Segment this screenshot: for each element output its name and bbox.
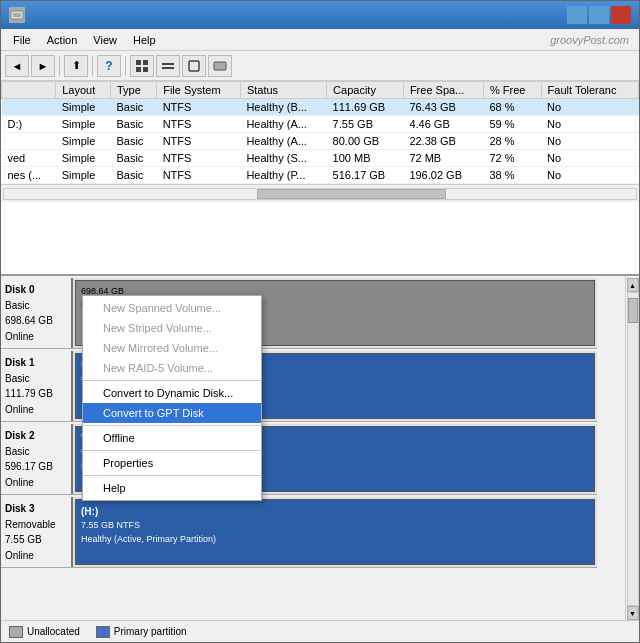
svg-rect-8 bbox=[189, 61, 199, 71]
toolbar-help[interactable]: ? bbox=[97, 55, 121, 77]
toolbar-forward[interactable]: ► bbox=[31, 55, 55, 77]
cell-fs: NTFS bbox=[157, 150, 241, 167]
main-window: File Action View Help groovyPost.com ◄ ►… bbox=[0, 0, 640, 643]
cell-pct: 72 % bbox=[484, 150, 542, 167]
disk-row: Disk 3Removable7.55 GBOnline (H:) 7.55 G… bbox=[1, 497, 597, 568]
v-scrollbar[interactable]: ▲ ▼ bbox=[625, 276, 639, 620]
table-row[interactable]: nes (... Simple Basic NTFS Healthy (P...… bbox=[2, 167, 639, 184]
cell-name bbox=[2, 99, 56, 116]
cell-type: Basic bbox=[110, 99, 156, 116]
legend-unallocated-label: Unallocated bbox=[27, 626, 80, 637]
ctx-item-10[interactable]: Properties bbox=[83, 453, 261, 473]
svg-rect-9 bbox=[214, 62, 226, 70]
table-scrollbar[interactable] bbox=[1, 184, 639, 202]
cell-name: nes (... bbox=[2, 167, 56, 184]
cell-free: 4.46 GB bbox=[403, 116, 483, 133]
menu-help[interactable]: Help bbox=[125, 32, 164, 48]
table-row[interactable]: Simple Basic NTFS Healthy (B... 111.69 G… bbox=[2, 99, 639, 116]
toolbar-btn4[interactable] bbox=[208, 55, 232, 77]
scroll-thumb[interactable] bbox=[628, 298, 638, 323]
svg-rect-1 bbox=[13, 13, 21, 17]
cell-layout: Simple bbox=[56, 150, 111, 167]
cell-pct: 68 % bbox=[484, 99, 542, 116]
partition-3-0[interactable]: (H:) 7.55 GB NTFS Healthy (Active, Prima… bbox=[75, 499, 595, 565]
table-header-row: Layout Type File System Status Capacity … bbox=[2, 82, 639, 99]
scroll-down-arrow[interactable]: ▼ bbox=[627, 606, 639, 620]
h-scrollbar-track[interactable] bbox=[3, 188, 637, 200]
col-fs: File System bbox=[157, 82, 241, 99]
cell-free: 76.43 GB bbox=[403, 99, 483, 116]
title-bar-left bbox=[9, 7, 31, 23]
table-row[interactable]: ved Simple Basic NTFS Healthy (S... 100 … bbox=[2, 150, 639, 167]
menu-action[interactable]: Action bbox=[39, 32, 86, 48]
toolbar-btn3[interactable] bbox=[182, 55, 206, 77]
disk-label-0: Disk 0Basic698.64 GBOnline bbox=[1, 278, 73, 348]
col-pct: % Free bbox=[484, 82, 542, 99]
toolbar-back[interactable]: ◄ bbox=[5, 55, 29, 77]
minimize-button[interactable] bbox=[567, 6, 587, 24]
disk-label-2: Disk 2Basic596.17 GBOnline bbox=[1, 424, 73, 494]
ctx-item-2: New Mirrored Volume... bbox=[83, 338, 261, 358]
cell-capacity: 111.69 GB bbox=[327, 99, 404, 116]
cell-status: Healthy (A... bbox=[240, 116, 326, 133]
cell-status: Healthy (S... bbox=[240, 150, 326, 167]
svg-rect-5 bbox=[143, 67, 148, 72]
h-scrollbar-thumb[interactable] bbox=[257, 189, 447, 199]
cell-capacity: 100 MB bbox=[327, 150, 404, 167]
toolbar-btn1[interactable] bbox=[130, 55, 154, 77]
menu-view[interactable]: View bbox=[85, 32, 125, 48]
svg-rect-2 bbox=[136, 60, 141, 65]
cell-name: ved bbox=[2, 150, 56, 167]
cell-free: 22.38 GB bbox=[403, 133, 483, 150]
svg-rect-4 bbox=[136, 67, 141, 72]
cell-fault: No bbox=[541, 99, 638, 116]
close-button[interactable] bbox=[611, 6, 631, 24]
ctx-item-6[interactable]: Convert to GPT Disk bbox=[83, 403, 261, 423]
toolbar-sep-1 bbox=[59, 56, 60, 76]
part-name: (H:) bbox=[81, 504, 589, 519]
ctx-item-3: New RAID-5 Volume... bbox=[83, 358, 261, 378]
ctx-item-8[interactable]: Offline bbox=[83, 428, 261, 448]
ctx-separator-11 bbox=[83, 475, 261, 476]
ctx-item-5[interactable]: Convert to Dynamic Disk... bbox=[83, 383, 261, 403]
toolbar-btn2[interactable] bbox=[156, 55, 180, 77]
window-controls bbox=[567, 6, 631, 24]
legend-unallocated: Unallocated bbox=[9, 626, 80, 638]
cell-capacity: 516.17 GB bbox=[327, 167, 404, 184]
scroll-track[interactable] bbox=[627, 292, 639, 606]
col-capacity: Capacity bbox=[327, 82, 404, 99]
ctx-item-12[interactable]: Help bbox=[83, 478, 261, 498]
col-type: Type bbox=[110, 82, 156, 99]
watermark: groovyPost.com bbox=[550, 34, 635, 46]
scroll-up-arrow[interactable]: ▲ bbox=[627, 278, 639, 292]
menu-file[interactable]: File bbox=[5, 32, 39, 48]
col-status: Status bbox=[240, 82, 326, 99]
cell-pct: 28 % bbox=[484, 133, 542, 150]
cell-status: Healthy (B... bbox=[240, 99, 326, 116]
cell-fault: No bbox=[541, 167, 638, 184]
cell-type: Basic bbox=[110, 116, 156, 133]
cell-layout: Simple bbox=[56, 116, 111, 133]
app-icon bbox=[9, 7, 25, 23]
col-free: Free Spa... bbox=[403, 82, 483, 99]
table-row[interactable]: D:) Simple Basic NTFS Healthy (A... 7.55… bbox=[2, 116, 639, 133]
cell-fault: No bbox=[541, 133, 638, 150]
toolbar-sep-3 bbox=[125, 56, 126, 76]
cell-pct: 59 % bbox=[484, 116, 542, 133]
col-name bbox=[2, 82, 56, 99]
toolbar-up[interactable]: ⬆ bbox=[64, 55, 88, 77]
disk-label-1: Disk 1Basic111.79 GBOnline bbox=[1, 351, 73, 421]
context-menu: New Spanned Volume...New Striped Volume.… bbox=[82, 295, 262, 501]
cell-pct: 38 % bbox=[484, 167, 542, 184]
legend-primary: Primary partition bbox=[96, 626, 187, 638]
table-row[interactable]: Simple Basic NTFS Healthy (A... 80.00 GB… bbox=[2, 133, 639, 150]
title-bar bbox=[1, 1, 639, 29]
cell-free: 196.02 GB bbox=[403, 167, 483, 184]
cell-fault: No bbox=[541, 116, 638, 133]
legend-primary-label: Primary partition bbox=[114, 626, 187, 637]
cell-name: D:) bbox=[2, 116, 56, 133]
toolbar-sep-2 bbox=[92, 56, 93, 76]
legend: Unallocated Primary partition bbox=[1, 620, 639, 642]
disk-table-area: Layout Type File System Status Capacity … bbox=[1, 81, 639, 276]
maximize-button[interactable] bbox=[589, 6, 609, 24]
